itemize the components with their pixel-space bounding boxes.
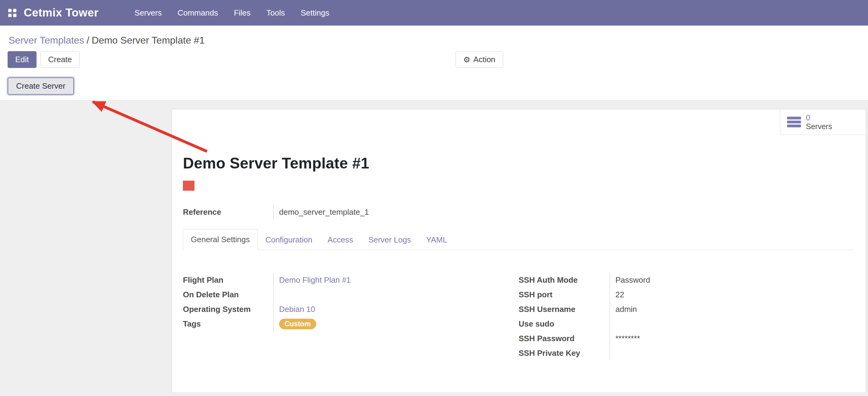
create-server-button[interactable]: Create Server: [8, 77, 74, 95]
tab-configuration[interactable]: Configuration: [258, 230, 320, 250]
ssh-password-label: SSH Password: [519, 334, 610, 343]
tab-access[interactable]: Access: [320, 230, 361, 250]
flight-plan-label: Flight Plan: [183, 275, 273, 285]
field-row-ssh-private-key: SSH Private Key: [519, 346, 793, 360]
gear-icon: ⚙: [463, 56, 470, 64]
action-button-label: Action: [473, 55, 495, 64]
ssh-port-label: SSH port: [519, 290, 610, 300]
form-group-left: Flight Plan Demo Flight Plan #1 On Delet…: [183, 273, 519, 360]
ssh-username-label: SSH Username: [519, 305, 610, 314]
content-area: 0 Servers Demo Server Template #1 Refere…: [0, 101, 868, 396]
menu-item-tools[interactable]: Tools: [258, 0, 293, 26]
field-row-ssh-password: SSH Password ********: [519, 331, 793, 346]
use-sudo-value: [610, 316, 793, 331]
breadcrumb-separator: /: [84, 35, 92, 46]
field-row-ssh-auth-mode: SSH Auth Mode Password: [519, 273, 793, 287]
servers-count: 0: [806, 113, 832, 122]
ssh-auth-mode-value: Password: [610, 273, 793, 287]
tags-value: Custom: [273, 316, 519, 331]
app-brand[interactable]: Cetmix Tower: [24, 6, 99, 19]
apps-grid-dot: [13, 14, 17, 17]
breadcrumb-parent-link[interactable]: Server Templates: [8, 35, 84, 46]
menu-item-commands[interactable]: Commands: [169, 0, 226, 26]
servers-smart-button-text: 0 Servers: [806, 113, 832, 131]
reference-label: Reference: [183, 207, 273, 217]
tab-server-logs[interactable]: Server Logs: [361, 230, 418, 250]
servers-count-label: Servers: [806, 122, 832, 131]
ssh-password-value: ********: [610, 331, 793, 346]
servers-smart-button[interactable]: 0 Servers: [780, 109, 866, 135]
tab-yaml[interactable]: YAML: [418, 230, 455, 250]
form-sheet: Demo Server Template #1 Reference demo_s…: [172, 109, 866, 360]
field-row-ssh-username: SSH Username admin: [519, 302, 793, 316]
menu-item-settings[interactable]: Settings: [293, 0, 337, 26]
apps-grid-dot: [13, 9, 17, 12]
main-menu: Servers Commands Files Tools Settings: [127, 0, 337, 26]
ssh-auth-mode-label: SSH Auth Mode: [519, 275, 610, 285]
server-template-form-card: 0 Servers Demo Server Template #1 Refere…: [172, 109, 866, 393]
apps-grid-dot: [8, 9, 11, 12]
tab-general-settings[interactable]: General Settings: [183, 229, 258, 250]
flight-plan-link[interactable]: Demo Flight Plan #1: [279, 275, 351, 285]
create-button[interactable]: Create: [40, 51, 80, 68]
breadcrumb: Server Templates/Demo Server Template #1: [8, 35, 868, 46]
field-row-tags: Tags Custom: [183, 316, 519, 331]
use-sudo-label: Use sudo: [519, 319, 610, 329]
menu-item-files[interactable]: Files: [226, 0, 258, 26]
notebook-tabs: General Settings Configuration Access Se…: [183, 229, 854, 250]
apps-menu-icon[interactable]: [8, 9, 17, 17]
tags-label: Tags: [183, 319, 273, 329]
breadcrumb-current: Demo Server Template #1: [92, 35, 205, 46]
flight-plan-value: Demo Flight Plan #1: [273, 273, 519, 287]
on-delete-plan-value: [273, 287, 519, 302]
reference-value: demo_server_template_1: [273, 205, 854, 219]
field-row-use-sudo: Use sudo: [519, 316, 793, 331]
on-delete-plan-label: On Delete Plan: [183, 290, 273, 300]
ssh-port-value: 22: [610, 287, 793, 302]
form-group-right: SSH Auth Mode Password SSH port 22 SSH U…: [519, 273, 793, 360]
ssh-private-key-value: [610, 346, 793, 360]
ssh-username-value: admin: [610, 302, 793, 316]
action-button[interactable]: ⚙ Action: [456, 51, 503, 68]
server-stack-icon: [787, 117, 801, 127]
general-settings-form: Flight Plan Demo Flight Plan #1 On Delet…: [183, 273, 854, 360]
operating-system-value: Debian 10: [273, 302, 519, 316]
top-navbar: Cetmix Tower Servers Commands Files Tool…: [0, 0, 868, 26]
field-row-ssh-port: SSH port 22: [519, 287, 793, 302]
field-row-operating-system: Operating System Debian 10: [183, 302, 519, 316]
color-swatch: [183, 181, 194, 191]
control-panel: Edit Create ⚙ Action: [0, 48, 868, 73]
edit-button[interactable]: Edit: [8, 51, 36, 68]
operating-system-link[interactable]: Debian 10: [279, 305, 315, 314]
tag-badge-custom: Custom: [279, 319, 316, 329]
record-title: Demo Server Template #1: [183, 154, 854, 172]
ssh-private-key-label: SSH Private Key: [519, 348, 610, 358]
field-row-on-delete-plan: On Delete Plan: [183, 287, 519, 302]
reference-row: Reference demo_server_template_1: [183, 205, 854, 219]
apps-grid-dot: [8, 14, 11, 17]
breadcrumb-bar: Server Templates/Demo Server Template #1: [0, 26, 868, 48]
field-row-flight-plan: Flight Plan Demo Flight Plan #1: [183, 273, 519, 287]
operating-system-label: Operating System: [183, 305, 273, 314]
statusbar: Create Server: [0, 73, 868, 101]
menu-item-servers[interactable]: Servers: [127, 0, 170, 26]
